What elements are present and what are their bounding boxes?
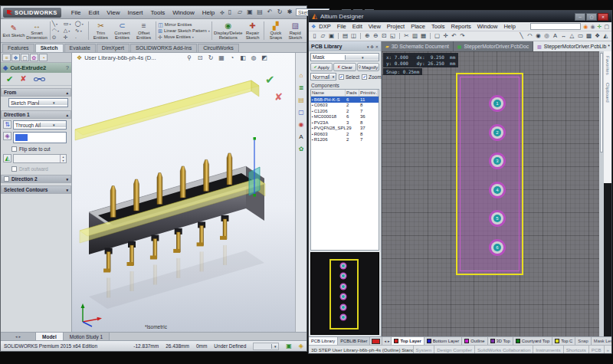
add-icon[interactable]: ✛ [598,24,602,29]
menu-help[interactable]: Help [500,23,518,30]
layer-tab-top-courtyard[interactable]: Top C [552,337,575,345]
undo-icon[interactable]: ↶ [266,8,274,16]
from-plane-select[interactable]: Sketch Plane ▾ [8,98,68,107]
table-row[interactable]: ▪R060328 [311,131,379,137]
col-name[interactable]: Name [311,90,346,96]
draft-angle-spinner[interactable]: ▴▾ [13,154,67,163]
place-fill-icon[interactable]: ▩ [585,33,592,39]
move-icon[interactable]: ✛ [442,33,449,39]
apply-button[interactable]: ✔Apply [310,63,333,71]
point-tool[interactable]: ⊙ [52,34,64,41]
tab-sketch[interactable]: Sketch [35,44,64,52]
custom-properties-icon[interactable]: A [297,133,306,141]
place-via-icon[interactable]: ◎ [543,33,550,39]
pad-2[interactable]: 2 [489,124,506,141]
pcb-button[interactable]: PCB [588,346,604,353]
menu-view[interactable]: View [366,23,384,30]
side-tab-clipboard[interactable]: Clipboard [605,83,610,103]
layer-tab-top[interactable]: Top Layer [392,337,424,345]
side-tab-favorites[interactable]: Favorites [605,56,610,75]
flip-side-checkbox[interactable] [11,146,17,152]
pad-5[interactable]: 5 [489,210,506,227]
direction2-section-header[interactable]: Direction 2 ▾ [1,175,71,183]
snap-button[interactable]: Snap [575,337,592,345]
layer-scroll-buttons[interactable]: ◂▸ [382,337,392,345]
more-button[interactable]: » [604,346,611,353]
zoom-in-icon[interactable]: ⊕ [364,33,371,39]
pcb-editor-canvas[interactable]: x: 7.000 dx: 9.250 mm y: 0.000 dy: 26.25… [382,51,599,336]
convert-entities-button[interactable]: ⊂ Convert Entities [111,20,133,41]
active-layer-swatch[interactable] [370,337,382,345]
layer-tab-courtyard-top[interactable]: Courtyard Top [513,337,552,345]
zoom-checkbox-row[interactable]: ✔Zoom [362,74,382,80]
select-checkbox-row[interactable]: ✔Select [339,74,359,80]
direction-reference-listbox[interactable] [13,132,67,143]
mask-level-button[interactable]: Mask Level [592,337,611,345]
polygon-tool[interactable]: △▾ [64,28,75,34]
paste-icon[interactable]: ▦ [420,33,427,39]
quick-snaps-button[interactable]: ▞ Quick Snaps [266,20,285,41]
options-icon[interactable]: ✱ [286,8,293,16]
file-explorer-icon[interactable]: ▤ [297,96,306,104]
instruments-button[interactable]: Instruments [533,346,562,353]
ok-button[interactable]: ✔ [6,75,13,84]
solidworks-collaboration-button[interactable]: SolidWorks Collaboration [474,346,533,353]
pad-1[interactable]: 1 [489,95,506,112]
zoom-fit-icon[interactable]: ◱ [389,33,396,39]
propertymanager-tab-icon[interactable]: ❖ [11,54,20,61]
select-checkbox[interactable]: ✔ [339,74,344,80]
select-icon[interactable]: ▢ [434,33,441,39]
flip-side-checkbox-row[interactable]: Flip side to cut [11,146,68,152]
zoom-out-icon[interactable]: ⊖ [372,33,379,39]
maximize-button[interactable]: ▢ [586,13,597,21]
system-button[interactable]: System [413,346,434,353]
tab-scroll-buttons[interactable]: ◂ ▸ [1,333,36,340]
line-tool[interactable]: ╲▾ [52,21,64,28]
unit-system-select[interactable]: ▾ [253,343,279,350]
view-orientation-icon[interactable]: ◔ [228,55,236,61]
menu-insert[interactable]: Insert [124,8,147,17]
3d-view-icon[interactable]: ◭ [602,33,609,39]
place-arc-icon[interactable]: ◠ [526,33,533,39]
mirror-entities-button[interactable]: ◫Mirror Entities [158,22,210,28]
magnify-button[interactable]: ⚲Magnify [357,63,379,71]
ellipse-tool[interactable]: · [75,34,87,41]
menu-window[interactable]: Window [474,23,501,30]
close-button[interactable]: ✕ [598,13,608,21]
undo-icon[interactable]: ↶ [451,33,457,39]
layer-tab-3d-top[interactable]: 3D Top [488,337,513,345]
new-icon[interactable]: ▯ [226,8,234,16]
preview-glasses-icon[interactable] [34,77,45,81]
trim-entities-button[interactable]: ✂ Trim Entities [90,20,111,41]
appearance-icon[interactable]: ◩ [261,55,268,61]
doc-tab-pcbdoc[interactable]: ▦ StepperMotorDriver.PcbDoc [454,41,533,51]
footprint-outline[interactable]: 1 2 3 4 5 6 [456,73,523,275]
tab-dimxpert[interactable]: DimXpert [97,44,129,52]
cancel-button[interactable]: ✘ [20,75,26,83]
connector-3d-model[interactable] [74,65,296,326]
scrollbar-thumb[interactable] [600,53,603,152]
mask-select[interactable]: Mask ▾ [310,53,379,61]
settings-icon[interactable]: ◉ [590,24,595,29]
table-row[interactable]: ▪MC000018636 [311,114,379,120]
selected-contours-header[interactable]: Selected Contours ▾ [1,185,71,194]
display-tab-icon[interactable]: ◔ [39,54,48,61]
doc-tab-pcblib[interactable]: ▥ StepperMotorDriver.PcbLib * [533,41,611,51]
new-icon[interactable]: ▯ [311,33,318,39]
table-row[interactable]: ▪R120627 [311,137,379,143]
place-room-icon[interactable]: ▭ [577,33,584,39]
hide-show-icon[interactable]: ◍ [250,55,257,61]
linear-pattern-button[interactable]: ⊞Linear Sketch Pattern▾ [158,28,210,34]
dxp-home-icon[interactable]: ◉ [583,24,588,29]
footprint-preview[interactable] [310,252,379,335]
copy-icon[interactable]: ▥ [411,33,418,39]
menu-reports[interactable]: Reports [447,23,474,30]
save-icon[interactable]: ▣ [246,8,254,16]
previous-view-icon[interactable]: ↻ [207,55,215,61]
menu-file[interactable]: File [334,23,349,30]
end-condition-select[interactable]: Through All ▾ [13,120,67,130]
menu-help[interactable]: Help [198,8,218,17]
tab-evaluate[interactable]: Evaluate [64,44,96,52]
close-panel-icon[interactable]: ✕ [375,44,379,49]
zoom-area-icon[interactable]: ⊡ [381,33,388,39]
